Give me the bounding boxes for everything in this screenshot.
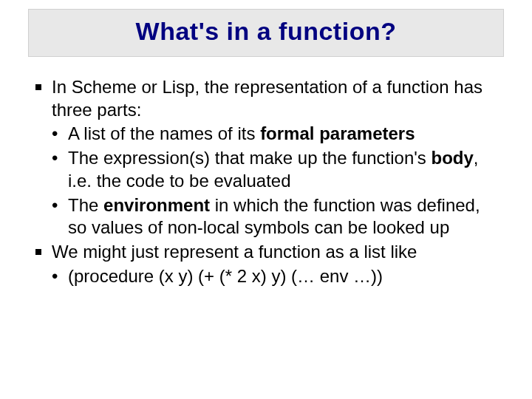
bullet-2a-text: (procedure (x y) (+ (* 2 x) y) (… env …)… xyxy=(68,266,383,286)
bullet-1c-pre: The xyxy=(68,195,103,215)
bullet-1c: The environment in which the function wa… xyxy=(35,194,499,239)
bullet-1-text: In Scheme or Lisp, the representation of… xyxy=(52,77,482,120)
slide-title: What's in a function? xyxy=(44,17,488,46)
bullet-1a-bold: formal parameters xyxy=(260,123,415,143)
bullet-2a: (procedure (x y) (+ (* 2 x) y) (… env …)… xyxy=(35,265,499,288)
bullet-2-text: We might just represent a function as a … xyxy=(52,242,417,262)
bullet-1: In Scheme or Lisp, the representation of… xyxy=(35,76,499,121)
bullet-1b-bold: body xyxy=(432,148,474,168)
bullet-1a: A list of the names of its formal parame… xyxy=(35,123,499,146)
bullet-1a-pre: A list of the names of its xyxy=(68,123,260,143)
bullet-2: We might just represent a function as a … xyxy=(35,241,499,264)
bullet-1b: The expression(s) that make up the funct… xyxy=(35,147,499,192)
slide-content: In Scheme or Lisp, the representation of… xyxy=(22,76,510,287)
title-bar: What's in a function? xyxy=(28,9,504,57)
bullet-1c-bold: environment xyxy=(103,195,210,215)
slide: What's in a function? In Scheme or Lisp,… xyxy=(0,0,532,399)
bullet-1b-pre: The expression(s) that make up the funct… xyxy=(68,148,432,168)
